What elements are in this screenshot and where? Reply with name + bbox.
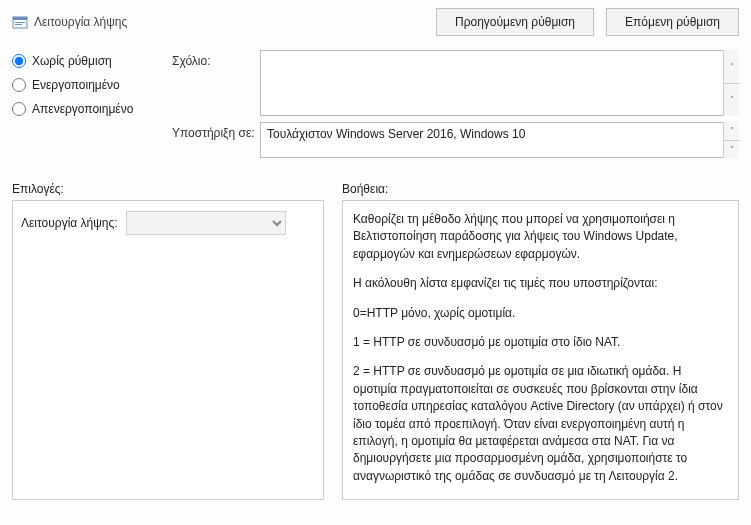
- help-paragraph: 3 = HTTP σε συνδυασμό με ομοτιμία Intern…: [353, 497, 728, 500]
- policy-icon: [12, 14, 28, 30]
- radio-enabled[interactable]: Ενεργοποιημένο: [12, 78, 172, 92]
- supported-on-box: Τουλάχιστον Windows Server 2016, Windows…: [260, 122, 739, 158]
- window-title: Λειτουργία λήψης: [34, 15, 127, 29]
- svg-rect-3: [15, 24, 22, 25]
- comment-label: Σχόλιο:: [172, 50, 260, 68]
- svg-rect-1: [13, 17, 27, 20]
- svg-rect-2: [15, 22, 25, 23]
- options-panel: Λειτουργία λήψης:: [12, 200, 324, 500]
- comment-textarea[interactable]: [260, 50, 739, 116]
- supported-spin-up[interactable]: ˄: [724, 122, 739, 140]
- supported-spin-down[interactable]: ˅: [724, 140, 739, 159]
- radio-enabled-label: Ενεργοποιημένο: [32, 78, 120, 92]
- radio-disabled-label: Απενεργοποιημένο: [32, 102, 133, 116]
- help-paragraph: 0=HTTP μόνο, χωρίς ομοτιμία.: [353, 305, 728, 322]
- help-paragraph: 1 = HTTP σε συνδυασμό με ομοτιμία στο ίδ…: [353, 334, 728, 351]
- help-paragraph: Η ακόλουθη λίστα εμφανίζει τις τιμές που…: [353, 275, 728, 292]
- help-paragraph: Καθορίζει τη μέθοδο λήψης που μπορεί να …: [353, 211, 728, 263]
- radio-disabled[interactable]: Απενεργοποιημένο: [12, 102, 172, 116]
- help-paragraph: 2 = HTTP σε συνδυασμό με ομοτιμία σε μια…: [353, 363, 728, 485]
- supported-label: Υποστήριξη σε:: [172, 122, 260, 140]
- radio-not-configured-label: Χωρίς ρύθμιση: [32, 54, 112, 68]
- options-section-label: Επιλογές:: [12, 182, 342, 196]
- previous-setting-button[interactable]: Προηγούμενη ρύθμιση: [436, 8, 594, 36]
- next-setting-button[interactable]: Επόμενη ρύθμιση: [606, 8, 739, 36]
- comment-spin-up[interactable]: ˄: [724, 50, 739, 83]
- download-mode-dropdown[interactable]: [126, 211, 286, 235]
- help-section-label: Βοήθεια:: [342, 182, 388, 196]
- radio-not-configured[interactable]: Χωρίς ρύθμιση: [12, 54, 172, 68]
- help-panel[interactable]: Καθορίζει τη μέθοδο λήψης που μπορεί να …: [342, 200, 739, 500]
- comment-spin-down[interactable]: ˅: [724, 83, 739, 117]
- download-mode-option-label: Λειτουργία λήψης:: [21, 216, 118, 230]
- supported-on-value: Τουλάχιστον Windows Server 2016, Windows…: [267, 127, 525, 141]
